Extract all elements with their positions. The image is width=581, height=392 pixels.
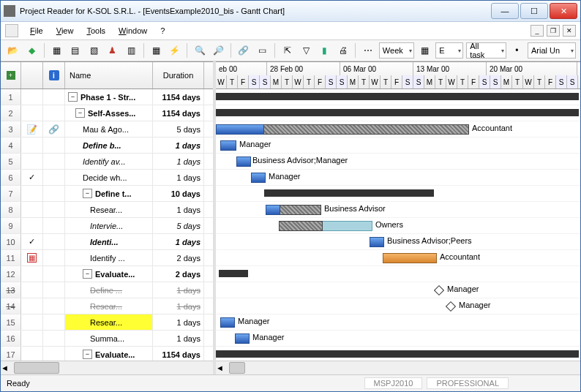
table-row[interactable]: 7−Define t...10 days — [1, 186, 213, 202]
expand-all-icon[interactable]: + — [7, 71, 15, 80]
app-window: Project Reader for K-SOL S.R.L. - [Event… — [0, 0, 581, 392]
timeline-header: eb 0028 Feb 0006 Mar 0013 Mar 0020 Mar 0… — [216, 61, 580, 89]
task-bar[interactable] — [251, 173, 266, 183]
view2-icon[interactable]: ▤ — [67, 42, 83, 59]
table-row[interactable]: 16Summa...1 days — [1, 331, 213, 347]
bolt-icon[interactable]: ⚡ — [167, 42, 182, 59]
open-icon[interactable]: 📂 — [5, 42, 20, 59]
table-row[interactable]: 2−Self-Asses...1154 days — [1, 105, 213, 121]
summary-bar[interactable] — [216, 109, 579, 116]
gantt-row: Manager — [216, 314, 580, 331]
chart-icon[interactable]: ▮ — [317, 42, 332, 59]
filter-combo[interactable]: All task — [466, 42, 506, 59]
table-row[interactable]: 11▦Identify ...2 days — [1, 250, 213, 266]
h-scrollbar-right[interactable]: ◄ — [216, 361, 580, 374]
timescale-combo[interactable]: Week — [379, 42, 414, 59]
task-bar[interactable] — [236, 157, 251, 167]
gantt-row: Manager — [216, 282, 580, 298]
zoom-in-icon[interactable]: 🔍 — [192, 42, 207, 59]
table-row[interactable]: 10✓Identi...1 days — [1, 234, 213, 250]
table-row[interactable]: 5Identify av...1 days — [1, 154, 213, 170]
task-bar[interactable] — [235, 333, 250, 344]
col-duration[interactable]: Duration — [153, 62, 204, 88]
view3-icon[interactable]: ▧ — [86, 42, 102, 59]
gantt-label: Manager — [252, 333, 284, 342]
collapse-icon[interactable]: − — [83, 189, 92, 198]
task-bar[interactable] — [220, 317, 235, 328]
table-row[interactable]: 12−Evaluate...2 days — [1, 266, 213, 282]
print-icon[interactable]: 🖨 — [335, 42, 351, 59]
mdi-minimize-button[interactable]: _ — [531, 25, 544, 37]
h-scrollbar-left[interactable]: ◄ — [1, 361, 213, 374]
timeline-day: S — [490, 75, 501, 88]
collapse-icon[interactable]: − — [75, 108, 85, 118]
col-info[interactable]: i — [43, 62, 65, 88]
mdi-restore-button[interactable]: ❐ — [547, 25, 560, 37]
table-row[interactable]: 9Intervie...5 days — [1, 218, 213, 234]
timeline-day: S — [249, 75, 260, 88]
table-row[interactable]: 13Define ...1 days — [1, 282, 213, 298]
table-row[interactable]: 6✓Decide wh...1 days — [1, 170, 213, 186]
summary-bar[interactable] — [216, 350, 579, 358]
mdi-close-button[interactable]: ✕ — [563, 25, 576, 37]
zoom-out-icon[interactable]: 🔎 — [211, 42, 226, 59]
dots-icon[interactable]: ⋯ — [360, 42, 375, 59]
task-name: Evaluate... — [95, 350, 135, 359]
status-ready: Ready — [7, 379, 30, 388]
timeline-day: F — [315, 75, 326, 88]
summary-bar[interactable] — [264, 189, 434, 197]
milestone-icon[interactable] — [434, 285, 444, 295]
view4-icon[interactable]: ♟ — [105, 42, 120, 59]
menu-help[interactable]: ? — [154, 25, 170, 37]
menu-view[interactable]: View — [50, 25, 80, 37]
collapse-icon[interactable]: − — [68, 92, 78, 102]
table-row[interactable]: 15Resear...1 days — [1, 314, 213, 331]
grid-icon[interactable]: ▦ — [417, 42, 432, 59]
table-row[interactable]: 3📝🔗Mau & Ago...5 days — [1, 121, 213, 137]
e-combo[interactable]: E — [435, 42, 463, 59]
view1-icon[interactable]: ▦ — [49, 42, 64, 59]
task-bar[interactable] — [266, 205, 280, 215]
close-button[interactable]: ✕ — [550, 3, 577, 19]
system-menu-icon[interactable] — [5, 24, 18, 37]
table-row[interactable]: 17−Evaluate...1154 days — [1, 347, 213, 361]
timeline-day: S — [337, 75, 348, 88]
collapse-icon[interactable]: − — [83, 269, 92, 279]
summary-bar[interactable] — [216, 93, 579, 100]
calendar-icon[interactable]: ▦ — [149, 42, 164, 59]
gantt-row: Manager — [216, 170, 580, 186]
link-icon[interactable]: 🔗 — [236, 42, 251, 59]
table-row[interactable]: 14Resear...1 days — [1, 298, 213, 314]
gantt-chart[interactable]: AccountantManagerBusiness Advisor;Manage… — [216, 89, 580, 361]
progress-bar[interactable] — [279, 221, 323, 231]
table-row[interactable]: 1−Phase 1 - Str...1154 days — [1, 89, 213, 105]
view5-icon[interactable]: ▥ — [123, 42, 138, 59]
table-row[interactable]: 4Define b...1 days — [1, 137, 213, 154]
collapse-icon[interactable]: − — [83, 350, 92, 359]
gantt-label: Manager — [239, 140, 271, 148]
col-name[interactable]: Name — [65, 62, 153, 88]
minimize-button[interactable]: — — [491, 3, 519, 19]
text-icon[interactable]: • — [509, 42, 525, 59]
menu-tools[interactable]: Tools — [80, 25, 111, 37]
font-combo[interactable]: Arial Un — [528, 42, 576, 59]
cloud-icon[interactable]: ◆ — [23, 42, 39, 59]
timeline-day: T — [534, 75, 545, 88]
export-icon[interactable]: ⇱ — [280, 42, 295, 59]
gantt-label: Business Advisor;Manager — [252, 156, 348, 165]
task-bar[interactable] — [383, 253, 437, 263]
col-indicators[interactable] — [21, 62, 43, 88]
task-bar[interactable] — [370, 237, 384, 247]
timeline-day: S — [413, 75, 424, 88]
table-row[interactable]: 8Resear...1 days — [1, 202, 213, 218]
task-bar[interactable] — [220, 140, 236, 151]
milestone-icon[interactable] — [446, 301, 456, 312]
menu-window[interactable]: Window — [113, 25, 153, 37]
filter-icon[interactable]: ▽ — [298, 42, 313, 59]
menu-file[interactable]: File — [24, 25, 49, 37]
task-icon[interactable]: ▭ — [255, 42, 270, 59]
summary-bar[interactable] — [219, 270, 248, 277]
maximize-button[interactable]: ☐ — [520, 3, 548, 19]
gantt-row: Business Advisor — [216, 202, 580, 218]
task-bar[interactable] — [216, 124, 264, 135]
